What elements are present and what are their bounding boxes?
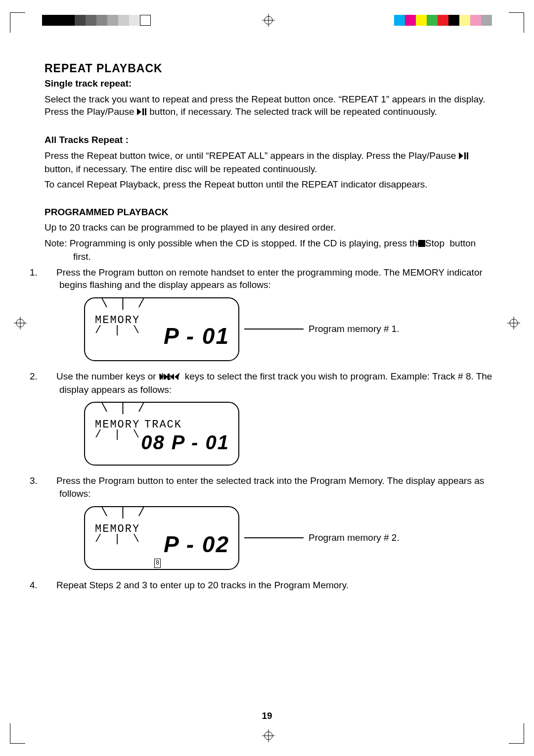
lcd-figure-3: MEMORY P - 02 8 (84, 506, 239, 570)
text: Use the number keys or the (56, 371, 175, 381)
heading-repeat-playback: REPEAT PLAYBACK (44, 62, 494, 75)
para-intro: Up to 20 tracks can be programmed to be … (44, 221, 494, 234)
flash-indicator (95, 427, 142, 442)
lcd-figure-2: MEMORY TRACK 08 P - 01 (84, 402, 239, 466)
page-number: 19 (0, 710, 534, 721)
registration-mark (262, 14, 275, 27)
svg-marker-12 (137, 108, 141, 115)
svg-marker-19 (160, 374, 164, 380)
lcd-readout: 08 P - 01 (141, 429, 229, 456)
crop-mark (10, 723, 25, 744)
svg-rect-22 (168, 374, 169, 380)
subhead-programmed: PROGRAMMED PLAYBACK (44, 206, 494, 219)
step-number: 2. (44, 370, 56, 383)
figure-caption: Program memory # 1. (309, 323, 400, 335)
para-note: Note: Programming is only possible when … (44, 237, 494, 263)
flash-indicator (95, 532, 142, 547)
section-single-track: Single track repeat: Select the track yo… (44, 77, 494, 119)
flash-indicator (95, 323, 142, 338)
lcd-sub-value: 8 (154, 559, 161, 567)
flash-indicator (101, 504, 144, 521)
step-text: Press the Program button on remote hands… (56, 267, 483, 290)
registration-mark (507, 317, 520, 330)
svg-rect-16 (464, 152, 466, 159)
play-pause-icon (459, 150, 469, 163)
svg-rect-14 (145, 108, 146, 115)
play-pause-icon (137, 106, 147, 119)
flash-indicator (101, 295, 144, 313)
crop-mark (10, 12, 25, 33)
text: button, if necessary. The entire disc wi… (44, 164, 317, 174)
section-all-tracks: All Tracks Repeat : Press the Repeat but… (44, 134, 494, 191)
svg-marker-23 (170, 374, 174, 380)
step-number: 4. (44, 579, 56, 592)
text: Press the Repeat button twice, or until … (44, 150, 459, 161)
subhead-single-track: Single track repeat: (44, 77, 494, 90)
step-2: 2.Use the number keys or the / keys to s… (44, 370, 494, 466)
page-body: REPEAT PLAYBACK Single track repeat: Sel… (44, 62, 494, 606)
print-grayscale-bar (42, 15, 151, 26)
svg-marker-15 (459, 152, 463, 159)
svg-marker-20 (164, 374, 168, 380)
lcd-figure-1: MEMORY P - 01 (84, 297, 239, 361)
crop-mark (509, 723, 524, 744)
lcd-readout: P - 02 (164, 529, 229, 560)
leader-line (244, 329, 304, 330)
svg-rect-13 (142, 108, 144, 115)
section-programmed: PROGRAMMED PLAYBACK Up to 20 tracks can … (44, 206, 494, 591)
crop-mark (509, 12, 524, 33)
svg-marker-24 (175, 374, 178, 380)
step-1: 1.Press the Program button on remote han… (44, 266, 494, 361)
lcd-readout: P - 01 (164, 321, 229, 351)
step-text: Press the Program button to enter the se… (56, 475, 484, 499)
para-cancel: To cancel Repeat Playback, press the Rep… (44, 178, 494, 191)
figure-caption: Program memory # 2. (309, 531, 400, 544)
step-3: 3.Press the Program button to enter the … (44, 474, 494, 569)
text: Note: Programming is only possible when … (44, 238, 447, 248)
print-color-bar (394, 15, 492, 26)
step-number: 3. (44, 474, 56, 487)
subhead-all-tracks: All Tracks Repeat : (44, 134, 494, 146)
text: button, if necessary. The selected track… (149, 106, 437, 117)
step-4: 4.Repeat Steps 2 and 3 to enter up to 20… (44, 579, 494, 592)
svg-rect-18 (418, 240, 425, 247)
flash-indicator (101, 400, 144, 417)
registration-mark (14, 317, 27, 330)
leader-line (244, 537, 304, 538)
registration-mark (262, 729, 275, 742)
para: Select the track you want to repeat and … (44, 93, 494, 119)
step-text: Repeat Steps 2 and 3 to enter up to 20 t… (56, 580, 349, 590)
step-number: 1. (44, 266, 56, 279)
para: Press the Repeat button twice, or until … (44, 149, 494, 175)
svg-rect-17 (467, 152, 468, 159)
